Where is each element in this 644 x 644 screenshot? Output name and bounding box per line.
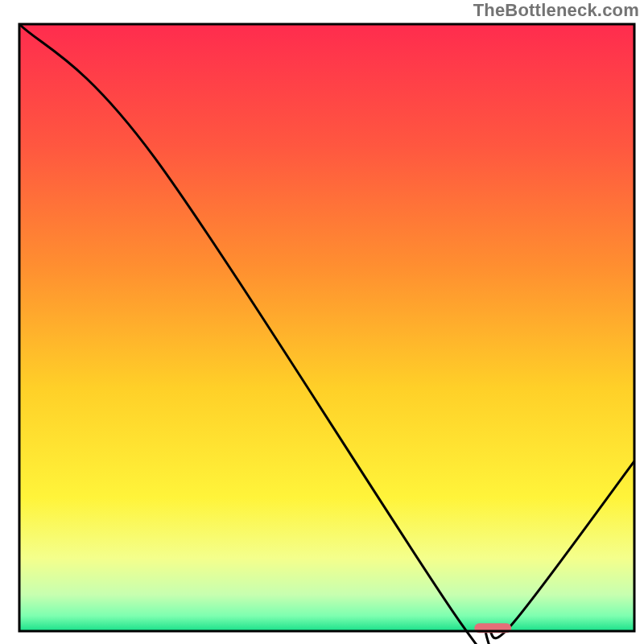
bottleneck-chart — [0, 0, 644, 644]
plot-background — [19, 24, 634, 631]
chart-container: TheBottleneck.com — [0, 0, 644, 644]
watermark-text: TheBottleneck.com — [473, 0, 639, 21]
